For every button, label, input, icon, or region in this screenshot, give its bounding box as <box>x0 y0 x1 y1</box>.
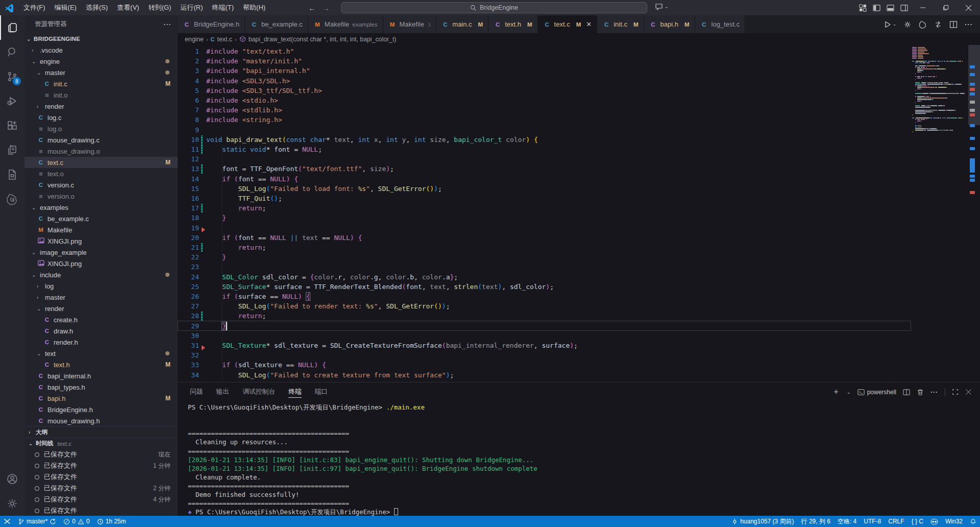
kill-terminal-icon[interactable] <box>917 389 924 396</box>
tree-item-text[interactable]: ⌄text <box>24 348 178 359</box>
search-icon[interactable] <box>0 40 24 64</box>
status-{ } C[interactable]: { } C <box>908 516 927 527</box>
tree-item-mouse_drawing.h[interactable]: Cmouse_drawing.h <box>24 415 178 426</box>
tree-item-BridgeEngine.h[interactable]: CBridgeEngine.h <box>24 404 178 415</box>
gear-icon[interactable] <box>903 20 912 29</box>
timeline-item[interactable]: 已保存文件 <box>24 505 178 516</box>
tree-item-log.c[interactable]: Clog.c <box>24 112 178 123</box>
commit-icon[interactable]: huang1057 (3 周前) <box>728 516 797 527</box>
panel-tab-问题[interactable]: 问题 <box>190 382 203 401</box>
sidebar-more-icon[interactable]: ··· <box>164 21 172 28</box>
split-terminal-icon[interactable] <box>903 389 910 396</box>
tab-bapi.h[interactable]: Cbapi.hM <box>644 15 695 33</box>
tab-text.c[interactable]: Ctext.cM✕ <box>538 15 598 33</box>
menu-2[interactable]: 选择(S) <box>81 0 112 15</box>
openai-icon[interactable] <box>0 187 24 211</box>
tab-be_example.c[interactable]: Cbe_example.c <box>245 15 308 33</box>
tree-item-bapi_internal.h[interactable]: Cbapi_internal.h <box>24 370 178 381</box>
tab-BridgeEngine.h[interactable]: CBridgeEngine.h <box>178 15 245 33</box>
tree-item-examples[interactable]: ⌄examples <box>24 202 178 213</box>
status-行 29, 列 6[interactable]: 行 29, 列 6 <box>798 516 834 527</box>
project-section-header[interactable]: ⌄BRIDGEENGINE <box>24 33 178 44</box>
status-Win32[interactable]: Win32 <box>942 516 966 527</box>
tree-item-mouse_drawing.o[interactable]: ≡mouse_drawing.o <box>24 146 178 157</box>
tree-item-be_example.c[interactable]: Cbe_example.c <box>24 213 178 224</box>
tab-text.h[interactable]: Ctext.hM <box>488 15 537 33</box>
remote-icon[interactable] <box>0 516 14 527</box>
tree-item-log.o[interactable]: ≡log.o <box>24 123 178 134</box>
toggle-secondary-sidebar-icon[interactable] <box>897 0 911 15</box>
overview-ruler[interactable] <box>968 45 980 382</box>
menu-0[interactable]: 文件(F) <box>19 0 50 15</box>
menu-6[interactable]: 终端(T) <box>207 0 238 15</box>
terminal-shell-item[interactable]: powershell <box>857 389 896 396</box>
minimap[interactable] <box>911 45 968 382</box>
outline-section[interactable]: ›大纲 <box>24 426 178 438</box>
tree-item-init.o[interactable]: ≡init.o <box>24 89 178 101</box>
tree-item-text.c[interactable]: Ctext.cM <box>24 157 178 168</box>
openai-icon[interactable] <box>919 20 927 29</box>
menu-7[interactable]: 帮助(H) <box>238 0 270 15</box>
tree-item-version.o[interactable]: ≡version.o <box>24 190 178 202</box>
tree-item-Makefile[interactable]: MMakefile <box>24 224 178 235</box>
copilot-icon[interactable] <box>927 516 942 527</box>
settings-gear-icon[interactable] <box>0 491 24 516</box>
tree-item-log[interactable]: ›log <box>24 280 178 292</box>
tree-item-version.c[interactable]: Cversion.c <box>24 179 178 190</box>
tree-item-render[interactable]: ›render <box>24 101 178 112</box>
status-空格: 4[interactable]: 空格: 4 <box>834 516 860 527</box>
panel-more-icon[interactable]: ··· <box>930 389 938 396</box>
code-editor[interactable]: 1#include "text/text.h"2#include "master… <box>178 45 980 382</box>
references-icon[interactable] <box>0 138 24 162</box>
panel-tab-终端[interactable]: 终端 <box>288 382 302 401</box>
compare-icon[interactable] <box>934 20 942 29</box>
tree-item-XINGJI.png[interactable]: XINGJI.png <box>24 235 178 247</box>
timeline-item[interactable]: 已保存文件2 分钟 <box>24 483 178 494</box>
account-icon[interactable] <box>0 467 24 491</box>
status-UTF-8[interactable]: UTF-8 <box>860 516 885 527</box>
menu-3[interactable]: 查看(V) <box>112 0 143 15</box>
panel-tab-调试控制台[interactable]: 调试控制台 <box>242 382 275 401</box>
tree-item-text.h[interactable]: Ctext.hM <box>24 359 178 370</box>
tree-item-master[interactable]: ›master <box>24 292 178 303</box>
minimize-button[interactable] <box>911 0 934 15</box>
tree-item-draw.h[interactable]: Cdraw.h <box>24 325 178 337</box>
back-button[interactable]: ← <box>308 4 316 12</box>
tree-item-XINGJI.png[interactable]: XINGJI.png <box>24 258 178 269</box>
error-icon[interactable]: 00 <box>60 516 93 527</box>
tab-init.c[interactable]: Cinit.cM <box>597 15 644 33</box>
tree-item-engine[interactable]: ⌄engine <box>24 56 178 67</box>
close-button[interactable] <box>957 0 980 15</box>
terminal-output[interactable]: PS C:\Users\GuoqiFish\Desktop\开发项目\Bridg… <box>188 403 980 516</box>
tree-item-.vscode[interactable]: ›.vscode <box>24 44 178 56</box>
menu-1[interactable]: 编辑(E) <box>50 0 81 15</box>
tree-item-bapi.h[interactable]: Cbapi.hM <box>24 393 178 404</box>
tree-item-render.h[interactable]: Crender.h <box>24 337 178 348</box>
tab-Makefile[interactable]: MMakefileexamples <box>308 15 383 33</box>
timeline-section[interactable]: ⌄时间线text.c <box>24 438 178 449</box>
split-editor-icon[interactable] <box>949 20 958 29</box>
run-button[interactable]: ⌄ <box>884 20 896 29</box>
timeline-item[interactable]: 已保存文件1 分钟 <box>24 460 178 471</box>
toggle-panel-layout-icon[interactable] <box>856 0 870 15</box>
forward-button[interactable]: → <box>322 4 330 12</box>
menu-4[interactable]: 转到(G) <box>144 0 176 15</box>
tree-item-create.h[interactable]: Ccreate.h <box>24 314 178 325</box>
tree-item-text.o[interactable]: ≡text.o <box>24 168 178 179</box>
tree-item-mouse_drawing.c[interactable]: Cmouse_drawing.c <box>24 134 178 146</box>
toggle-bottom-panel-icon[interactable] <box>884 0 897 15</box>
chat-icon[interactable]: ⌄ <box>655 3 669 11</box>
git-branch-icon[interactable]: master* <box>14 516 60 527</box>
panel-tab-端口[interactable]: 端口 <box>315 382 328 401</box>
terminal-dropdown-icon[interactable]: ⌄ <box>847 390 851 395</box>
close-panel-icon[interactable] <box>965 389 972 395</box>
tab-log_test.c[interactable]: Clog_test.c <box>695 15 746 33</box>
extensions-icon[interactable] <box>0 113 24 138</box>
run-debug-icon[interactable] <box>0 89 24 113</box>
breadcrumb[interactable]: engine› Ctext.c› bapi_draw_text(const ch… <box>178 33 980 45</box>
timeline-item[interactable]: 已保存文件 <box>24 471 178 483</box>
status-CRLF[interactable]: CRLF <box>885 516 908 527</box>
maximize-panel-icon[interactable] <box>952 389 959 395</box>
editor-more-icon[interactable]: ··· <box>965 20 973 28</box>
menu-5[interactable]: 运行(R) <box>176 0 207 15</box>
